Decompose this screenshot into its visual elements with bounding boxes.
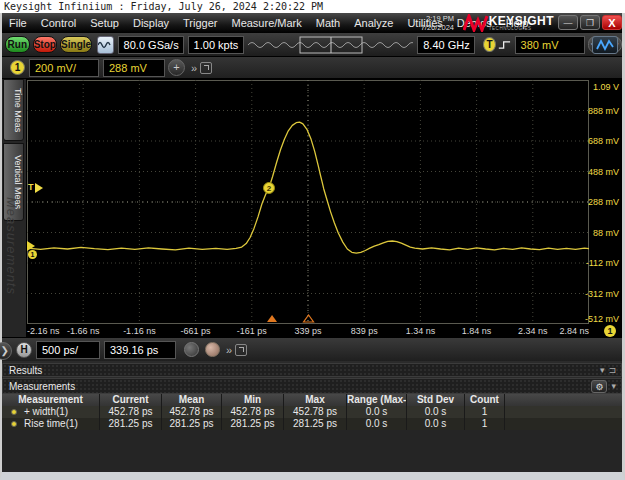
rising-edge-icon xyxy=(498,38,511,52)
app-window: File Control Setup Display Trigger Measu… xyxy=(0,13,625,480)
horizontal-badge[interactable]: H xyxy=(16,342,32,358)
col-range: Range (Max-Min) xyxy=(347,394,407,406)
time-label: -2.16 ns xyxy=(27,326,60,336)
voltage-label: 888 mV xyxy=(583,106,619,116)
menu-file[interactable]: File xyxy=(2,17,34,29)
results-empty-area xyxy=(2,430,622,472)
voltage-label: -112 mV xyxy=(583,258,619,268)
memory-depth-field[interactable]: 1.00 kpts xyxy=(188,36,245,54)
results-panel-header[interactable]: Results ▾ ⊐ xyxy=(2,363,622,377)
col-measurement: Measurement xyxy=(2,394,100,406)
gear-icon[interactable]: ⚙ xyxy=(591,380,607,393)
keysight-spark-icon xyxy=(463,14,489,32)
table-row[interactable]: + width(1) 452.78 ps 452.78 ps 452.78 ps… xyxy=(2,406,622,418)
sample-rate-field[interactable]: 80.0 GSa/s xyxy=(118,36,184,54)
waveform-plot[interactable]: 2 xyxy=(27,80,589,324)
time-label: 1.34 ns xyxy=(398,326,442,336)
channel-bar: 1 200 mV/ 288 mV + » xyxy=(2,57,622,79)
measurements-watermark: Measurements xyxy=(4,197,19,295)
voltage-label: 288 mV xyxy=(583,197,619,207)
voltage-label: -312 mV xyxy=(583,289,619,299)
timebase-position-field[interactable]: 339.16 ps xyxy=(104,341,176,359)
trigger-level-field[interactable]: 380 mV xyxy=(515,36,585,54)
voltage-label: 688 mV xyxy=(583,136,619,146)
voltage-label: 488 mV xyxy=(583,167,619,177)
menu-bar: File Control Setup Display Trigger Measu… xyxy=(2,13,622,33)
acquisition-settings-button[interactable] xyxy=(97,36,114,54)
channel-color-dot xyxy=(11,409,17,415)
waveform-icon xyxy=(98,40,112,50)
voltage-label: 88 mV xyxy=(583,228,619,238)
acquisition-toolbar: Run Stop Single 80.0 GSa/s 1.00 kpts 8.4… xyxy=(2,33,622,57)
clock-date: 7/26/2024 xyxy=(421,23,454,32)
channel-1-badge[interactable]: 1 xyxy=(10,60,25,75)
bandwidth-field[interactable]: 8.40 GHz xyxy=(417,36,475,54)
horizontal-knob-icon[interactable] xyxy=(184,342,199,357)
results-pin-icon[interactable]: ⊐ xyxy=(608,365,616,375)
menu-math[interactable]: Math xyxy=(309,17,347,29)
col-count: Count xyxy=(465,394,505,406)
keysight-logo: KEYSIGHT TECHNOLOGIES xyxy=(463,13,554,33)
menu-analyze[interactable]: Analyze xyxy=(347,17,400,29)
add-waveform-button[interactable]: + xyxy=(168,59,185,76)
menu-setup[interactable]: Setup xyxy=(83,17,126,29)
trigger-badge[interactable]: T xyxy=(483,37,495,52)
col-current: Current xyxy=(100,394,162,406)
timebase-preview[interactable] xyxy=(248,36,413,54)
maximize-button[interactable]: ❐ xyxy=(580,15,600,30)
channel-scale-field[interactable]: 200 mV/ xyxy=(29,59,99,77)
voltage-label: 1.09 V xyxy=(583,82,619,92)
measurements-collapse-icon[interactable]: ▾ xyxy=(611,381,616,391)
horizontal-expand-button[interactable]: » xyxy=(226,344,230,356)
brand-name: KEYSIGHT xyxy=(489,16,554,26)
timebase-scale-field[interactable]: 500 ps/ xyxy=(36,341,100,359)
close-button[interactable]: X xyxy=(602,15,622,30)
run-button[interactable]: Run xyxy=(5,36,30,53)
horizontal-popout-icon[interactable] xyxy=(235,344,247,356)
channel-color-dot xyxy=(11,421,17,427)
col-mean: Mean xyxy=(162,394,222,406)
time-label: 839 ps xyxy=(342,326,386,336)
minimize-button[interactable]: — xyxy=(558,15,578,30)
channel-popout-icon[interactable] xyxy=(200,62,212,74)
measurements-title: Measurements xyxy=(9,381,75,392)
measurements-table: Measurement Current Mean Min Max Range (… xyxy=(2,394,622,430)
clock-time: 2:19 PM xyxy=(421,14,454,23)
horizontal-bar: ❯ H 500 ps/ 339.16 ps » xyxy=(2,337,622,361)
channel-1-axis-badge: 1 xyxy=(604,325,616,337)
col-min: Min xyxy=(222,394,284,406)
screen: { "desktop": { "window_caption": "Keysig… xyxy=(0,0,625,480)
menu-control[interactable]: Control xyxy=(34,17,83,29)
clock: 2:19 PM 7/26/2024 xyxy=(421,14,454,32)
time-label: -161 ps xyxy=(230,326,274,336)
time-label: -661 ps xyxy=(174,326,218,336)
time-label: 2.84 ns xyxy=(549,326,589,336)
channel-ground-badge: 1 xyxy=(28,250,37,259)
col-max: Max xyxy=(284,394,347,406)
menu-trigger[interactable]: Trigger xyxy=(176,17,224,29)
menu-display[interactable]: Display xyxy=(126,17,176,29)
table-header-row: Measurement Current Mean Min Max Range (… xyxy=(2,394,622,406)
single-button[interactable]: Single xyxy=(60,36,92,53)
panel-expander-button[interactable]: ❯ xyxy=(0,342,12,360)
col-stddev: Std Dev xyxy=(407,394,465,406)
results-collapse-icon[interactable]: ▾ xyxy=(600,365,605,375)
position-knob-icon[interactable] xyxy=(205,342,220,357)
left-sidebar: Time Meas Vertical Meas Measurements xyxy=(2,79,26,337)
svg-text:2: 2 xyxy=(267,184,272,193)
time-label: 339 ps xyxy=(286,326,330,336)
blue-waveform-icon xyxy=(596,39,614,51)
annotation-button[interactable] xyxy=(592,36,618,54)
channel-expand-button[interactable]: » xyxy=(191,62,195,74)
tab-time-meas[interactable]: Time Meas xyxy=(3,79,24,141)
table-row[interactable]: Rise time(1) 281.25 ps 281.25 ps 281.25 … xyxy=(2,418,622,430)
measurements-panel-header[interactable]: Measurements ⚙ ▾ xyxy=(2,378,622,394)
stop-button[interactable]: Stop xyxy=(33,36,58,53)
voltage-label: -512 mV xyxy=(583,314,619,324)
channel-offset-field[interactable]: 288 mV xyxy=(103,59,165,77)
menu-measure-mark[interactable]: Measure/Mark xyxy=(224,17,308,29)
time-label: -1.16 ns xyxy=(117,326,161,336)
trigger-level-marker[interactable]: T xyxy=(28,182,34,192)
time-label: -1.66 ns xyxy=(61,326,105,336)
time-label: 1.84 ns xyxy=(455,326,499,336)
